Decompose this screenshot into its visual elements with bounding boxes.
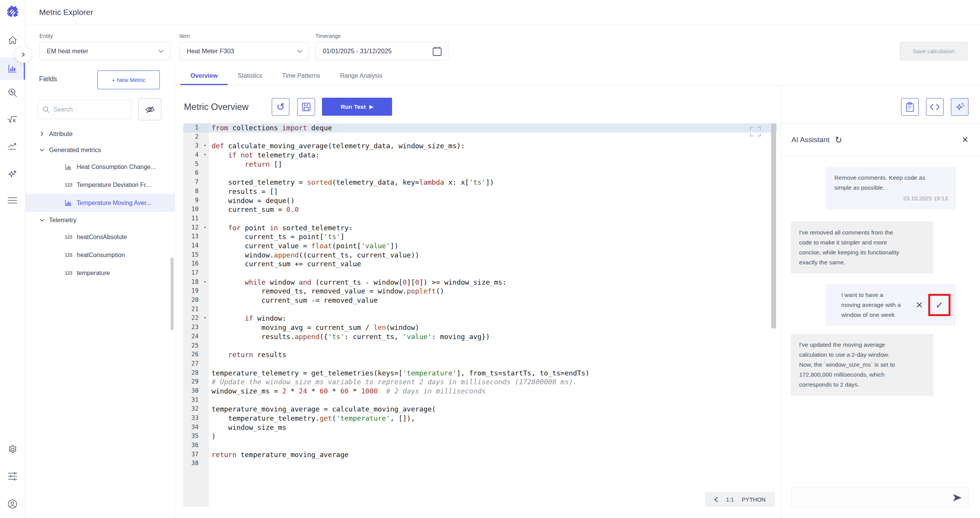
- code-editor[interactable]: 1from collections import deque23▾def cal…: [183, 123, 777, 507]
- tab-range-analysis[interactable]: Range Analysis: [330, 67, 392, 85]
- copy-clipboard-button[interactable]: [901, 98, 919, 116]
- user-avatar-icon[interactable]: [0, 494, 25, 513]
- code-line-37[interactable]: 37return temperature_moving_average: [183, 450, 777, 459]
- tree-item-temperature[interactable]: 123temperature: [25, 264, 175, 282]
- menu-icon[interactable]: [0, 191, 25, 210]
- tab-time-patterns[interactable]: Time Patterns: [272, 67, 330, 85]
- entity-select[interactable]: EM heat meter: [39, 42, 170, 60]
- settings-gear-icon[interactable]: [0, 440, 25, 459]
- code-line-23[interactable]: 23 moving_avg = current_sum / len(window…: [183, 323, 777, 332]
- fields-scrollbar[interactable]: [171, 257, 174, 330]
- code-line-15[interactable]: 15 window.append((current_ts, current_va…: [183, 251, 777, 260]
- sparkles-nav-icon[interactable]: [0, 165, 25, 184]
- code-line-21[interactable]: 21: [183, 305, 777, 314]
- tree-item-temperature-deviation-fr[interactable]: 123Temperature Deviation Fr...: [25, 176, 175, 194]
- code-line-29[interactable]: 29# Update the window_size_ms variable t…: [183, 377, 777, 387]
- editor-scrollbar[interactable]: [771, 123, 776, 328]
- timerange-value: 01/01/2025 - 31/12/2025: [323, 48, 432, 55]
- tree-item-heatconsumption[interactable]: 123heatConsumption: [25, 246, 175, 264]
- code-line-17[interactable]: 17: [183, 269, 777, 278]
- code-line-2[interactable]: 2: [183, 133, 777, 142]
- save-calculation-button[interactable]: Save calculation: [900, 42, 967, 60]
- fold-arrow-icon[interactable]: ▾: [204, 277, 206, 287]
- code-lines[interactable]: 1from collections import deque23▾def cal…: [183, 123, 777, 468]
- ai-message-input[interactable]: [796, 487, 946, 507]
- ai-message-box[interactable]: [791, 487, 969, 508]
- code-line-25[interactable]: 25: [183, 341, 777, 351]
- fold-arrow-icon[interactable]: ▾: [204, 150, 206, 159]
- code-line-7[interactable]: 7 sorted_telemetry = sorted(telemetry_da…: [183, 178, 777, 187]
- code-line-18[interactable]: 18▾ while window and (current_ts - windo…: [183, 278, 777, 287]
- sparkle-icon: [955, 102, 965, 112]
- code-line-10[interactable]: 10 current_sum = 0.0: [183, 205, 777, 214]
- code-line-1[interactable]: 1from collections import deque: [183, 123, 777, 133]
- code-line-16[interactable]: 16 current_sum += current_value: [183, 259, 777, 269]
- code-line-12[interactable]: 12▾ for point in sorted_telemetry:: [183, 223, 777, 233]
- sidebar-expand-button[interactable]: [15, 46, 31, 63]
- reset-button[interactable]: ↺: [272, 98, 289, 116]
- tree-item-heatconsabsolute[interactable]: 123heatConsAbsolute: [25, 228, 175, 246]
- code-line-31[interactable]: 31: [183, 396, 777, 405]
- code-line-13[interactable]: 13 current_ts = point['ts']: [183, 232, 777, 241]
- code-line-6[interactable]: 6: [183, 169, 777, 178]
- dismiss-suggestion-button[interactable]: ✕: [914, 300, 924, 310]
- new-metric-button[interactable]: + New Metric: [97, 70, 160, 89]
- code-line-28[interactable]: 28temperature_telemetry = get_telemetrie…: [183, 369, 777, 378]
- line-number: 32: [183, 405, 209, 414]
- code-line-3[interactable]: 3▾def calculate_moving_average(telemetry…: [183, 141, 777, 151]
- tab-statistics[interactable]: Statistics: [228, 67, 272, 85]
- code-line-4[interactable]: 4▾ if not telemetry_data:: [183, 151, 777, 160]
- code-line-38[interactable]: 38: [183, 459, 777, 468]
- close-icon[interactable]: ✕: [962, 135, 969, 144]
- fold-arrow-icon[interactable]: ▾: [204, 141, 206, 150]
- ai-assistant-button[interactable]: [951, 98, 969, 116]
- timerange-input[interactable]: 01/01/2025 - 31/12/2025: [315, 42, 448, 60]
- run-test-button[interactable]: Run Test ▶: [322, 98, 392, 116]
- code-line-22[interactable]: 22▾ if window:: [183, 314, 777, 323]
- code-line-27[interactable]: 27: [183, 359, 777, 369]
- search-input[interactable]: [53, 106, 126, 113]
- code-view-button[interactable]: [926, 98, 944, 116]
- fields-search[interactable]: [38, 100, 131, 119]
- tab-overview[interactable]: Overview: [181, 67, 228, 85]
- code-line-32[interactable]: 32temperature_moving_average = calculate…: [183, 405, 777, 414]
- save-metric-button[interactable]: [297, 98, 315, 116]
- tree-group-telemetry[interactable]: Telemetry: [25, 212, 175, 228]
- code-line-35[interactable]: 35): [183, 432, 777, 441]
- ai-refresh-icon[interactable]: ↻: [835, 135, 842, 145]
- app-logo-icon[interactable]: [5, 5, 20, 19]
- code-line-19[interactable]: 19 removed_ts, removed_value = window.po…: [183, 287, 777, 296]
- signal-search-icon[interactable]: [0, 84, 25, 103]
- accept-suggestion-button[interactable]: ✓: [936, 300, 944, 310]
- code-line-5[interactable]: 5 return []: [183, 160, 777, 169]
- tree-group-generated-metrics[interactable]: Generated metrics: [25, 142, 175, 158]
- chevron-left-icon[interactable]: [714, 497, 718, 503]
- formula-icon[interactable]: [0, 110, 25, 130]
- code-line-24[interactable]: 24 results.append({'ts': current_ts, 'va…: [183, 332, 777, 341]
- line-number: 9: [183, 196, 209, 205]
- code-line-33[interactable]: 33 temperature_telemetry.get('temperatur…: [183, 414, 777, 423]
- tree-group-attribute[interactable]: Attribute: [25, 126, 175, 142]
- hide-fields-button[interactable]: [138, 98, 161, 120]
- code-line-9[interactable]: 9 window = deque(): [183, 196, 777, 205]
- code-line-30[interactable]: 30window_size_ms = 2 * 24 * 60 * 60 * 10…: [183, 387, 777, 396]
- code-line-8[interactable]: 8 results = []: [183, 187, 777, 196]
- editor-language[interactable]: PYTHON: [742, 496, 766, 503]
- code-line-14[interactable]: 14 current_value = float(point['value']): [183, 241, 777, 251]
- send-icon[interactable]: [952, 493, 962, 502]
- code-line-20[interactable]: 20 current_sum -= removed_value: [183, 296, 777, 305]
- code-line-11[interactable]: 11: [183, 214, 777, 223]
- fullscreen-icon[interactable]: [750, 126, 761, 137]
- code-text: temperature_moving_average = calculate_m…: [209, 405, 777, 414]
- calendar-icon[interactable]: [432, 46, 442, 56]
- item-select[interactable]: Heat Meter F303: [179, 42, 309, 60]
- code-line-26[interactable]: 26 return results: [183, 350, 777, 359]
- code-line-34[interactable]: 34 window_size_ms: [183, 423, 777, 432]
- fold-arrow-icon[interactable]: ▾: [204, 313, 206, 323]
- trend-icon[interactable]: [0, 137, 25, 156]
- fold-arrow-icon[interactable]: ▾: [204, 223, 206, 232]
- tree-item-temperature-moving-aver[interactable]: Temperature Moving Aver...: [25, 194, 175, 212]
- sliders-icon[interactable]: [0, 467, 25, 486]
- code-line-36[interactable]: 36: [183, 441, 777, 450]
- tree-item-heat-consumption-change[interactable]: Heat Consumption Change...: [25, 158, 175, 176]
